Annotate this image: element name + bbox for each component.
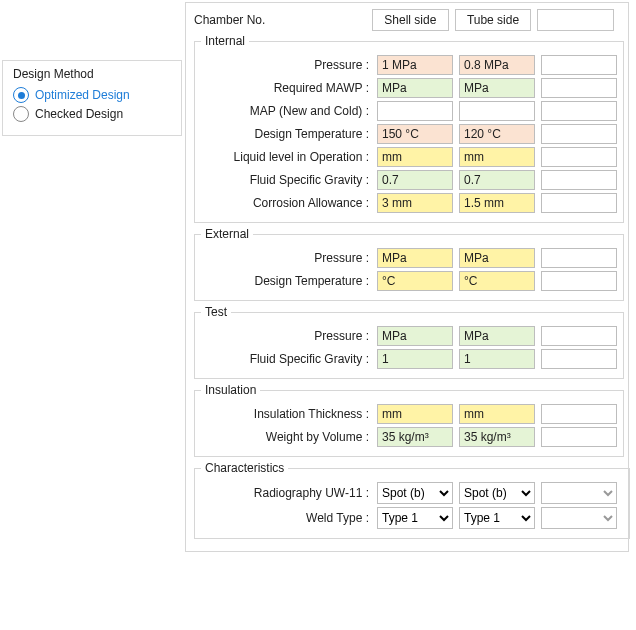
int-dtemp-extra[interactable] <box>541 124 617 144</box>
label-int-pressure: Pressure : <box>201 58 369 72</box>
label-int-sg: Fluid Specific Gravity : <box>201 173 369 187</box>
test-sg-shell[interactable]: 1 <box>377 349 453 369</box>
test-sg-tube[interactable]: 1 <box>459 349 535 369</box>
label-int-dtemp: Design Temperature : <box>201 127 369 141</box>
test-legend: Test <box>201 305 231 319</box>
int-map-tube[interactable] <box>459 101 535 121</box>
characteristics-legend: Characteristics <box>201 461 288 475</box>
insulation-legend: Insulation <box>201 383 260 397</box>
int-liq-tube[interactable]: mm <box>459 147 535 167</box>
characteristics-group: Characteristics Radiography UW-11 : Spot… <box>194 461 630 539</box>
label-int-liq: Liquid level in Operation : <box>201 150 369 164</box>
ins-thk-shell[interactable]: mm <box>377 404 453 424</box>
int-mawp-extra[interactable] <box>541 78 617 98</box>
int-corr-extra[interactable] <box>541 193 617 213</box>
header-tube-side: Tube side <box>455 9 532 31</box>
radio-checked-design[interactable]: Checked Design <box>13 106 171 122</box>
ins-thk-extra[interactable] <box>541 404 617 424</box>
ins-wbv-tube[interactable]: 35 kg/m³ <box>459 427 535 447</box>
int-mawp-tube[interactable]: MPa <box>459 78 535 98</box>
ext-pressure-shell[interactable]: MPa <box>377 248 453 268</box>
int-pressure-shell[interactable]: 1 MPa <box>377 55 453 75</box>
ext-dtemp-extra[interactable] <box>541 271 617 291</box>
int-dtemp-shell[interactable]: 150 °C <box>377 124 453 144</box>
insulation-group: Insulation Insulation Thickness : mm mm … <box>194 383 624 457</box>
ext-pressure-tube[interactable]: MPa <box>459 248 535 268</box>
internal-legend: Internal <box>201 34 249 48</box>
radio-optimized-label: Optimized Design <box>35 88 130 102</box>
int-liq-shell[interactable]: mm <box>377 147 453 167</box>
label-int-map: MAP (New and Cold) : <box>201 104 369 118</box>
radio-optimized-design[interactable]: Optimized Design <box>13 87 171 103</box>
char-rad-tube[interactable]: Spot (b) <box>459 482 535 504</box>
test-group: Test Pressure : MPa MPa Fluid Specific G… <box>194 305 624 379</box>
design-method-title: Design Method <box>13 67 171 81</box>
test-pressure-shell[interactable]: MPa <box>377 326 453 346</box>
ext-pressure-extra[interactable] <box>541 248 617 268</box>
internal-group: Internal Pressure : 1 MPa 0.8 MPa Requir… <box>194 34 624 223</box>
int-liq-extra[interactable] <box>541 147 617 167</box>
int-mawp-shell[interactable]: MPa <box>377 78 453 98</box>
ext-dtemp-tube[interactable]: °C <box>459 271 535 291</box>
header-shell-side: Shell side <box>372 9 449 31</box>
label-ext-dtemp: Design Temperature : <box>201 274 369 288</box>
external-group: External Pressure : MPa MPa Design Tempe… <box>194 227 624 301</box>
int-dtemp-tube[interactable]: 120 °C <box>459 124 535 144</box>
test-pressure-tube[interactable]: MPa <box>459 326 535 346</box>
int-pressure-tube[interactable]: 0.8 MPa <box>459 55 535 75</box>
ins-thk-tube[interactable]: mm <box>459 404 535 424</box>
label-ins-wbv: Weight by Volume : <box>201 430 369 444</box>
char-rad-extra[interactable] <box>541 482 617 504</box>
design-method-panel: Design Method Optimized Design Checked D… <box>2 60 182 136</box>
chamber-no-label: Chamber No. <box>194 13 372 27</box>
char-rad-shell[interactable]: Spot (b) <box>377 482 453 504</box>
int-corr-shell[interactable]: 3 mm <box>377 193 453 213</box>
label-int-mawp: Required MAWP : <box>201 81 369 95</box>
label-ins-thk: Insulation Thickness : <box>201 407 369 421</box>
ext-dtemp-shell[interactable]: °C <box>377 271 453 291</box>
int-map-shell[interactable] <box>377 101 453 121</box>
main-panel: Chamber No. Shell side Tube side Interna… <box>185 2 629 552</box>
label-ext-pressure: Pressure : <box>201 251 369 265</box>
label-test-sg: Fluid Specific Gravity : <box>201 352 369 366</box>
int-map-extra[interactable] <box>541 101 617 121</box>
ins-wbv-shell[interactable]: 35 kg/m³ <box>377 427 453 447</box>
int-corr-tube[interactable]: 1.5 mm <box>459 193 535 213</box>
int-pressure-extra[interactable] <box>541 55 617 75</box>
char-weld-extra[interactable] <box>541 507 617 529</box>
label-test-pressure: Pressure : <box>201 329 369 343</box>
test-sg-extra[interactable] <box>541 349 617 369</box>
ins-wbv-extra[interactable] <box>541 427 617 447</box>
external-legend: External <box>201 227 253 241</box>
test-pressure-extra[interactable] <box>541 326 617 346</box>
radio-unchecked-icon <box>13 106 29 122</box>
label-int-corr: Corrosion Allowance : <box>201 196 369 210</box>
int-sg-extra[interactable] <box>541 170 617 190</box>
char-weld-shell[interactable]: Type 1 <box>377 507 453 529</box>
radio-checked-label: Checked Design <box>35 107 123 121</box>
int-sg-shell[interactable]: 0.7 <box>377 170 453 190</box>
char-weld-tube[interactable]: Type 1 <box>459 507 535 529</box>
int-sg-tube[interactable]: 0.7 <box>459 170 535 190</box>
header-blank <box>537 9 614 31</box>
label-char-rad: Radiography UW-11 : <box>201 486 369 500</box>
label-char-weld: Weld Type : <box>201 511 369 525</box>
radio-checked-icon <box>13 87 29 103</box>
